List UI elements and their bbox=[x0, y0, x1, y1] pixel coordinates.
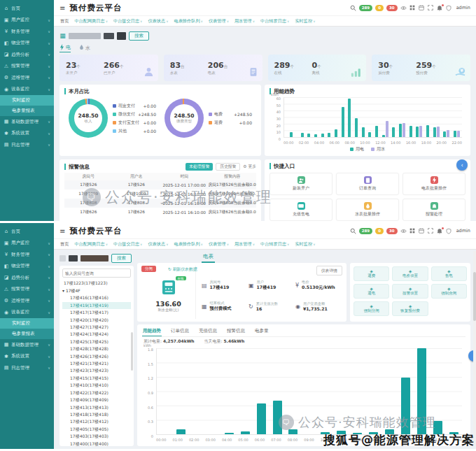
subtab-水[interactable]: 水 bbox=[79, 43, 90, 52]
search-icon[interactable] bbox=[350, 5, 356, 11]
nav-tab-电表操作队列[interactable]: 电表操作队列∨ bbox=[174, 241, 202, 248]
eye-icon[interactable] bbox=[400, 5, 407, 11]
tree-item[interactable]: 17楼417(17楼417) bbox=[62, 309, 131, 316]
sidebar-subitem-电参量报表[interactable]: 电参量报表 bbox=[0, 106, 54, 116]
bar-用电[interactable] bbox=[401, 378, 410, 434]
search-button[interactable]: 搜索 bbox=[129, 31, 149, 41]
nav-tab-首页[interactable]: 首页 bbox=[60, 18, 69, 24]
bar-用电[interactable] bbox=[443, 131, 446, 137]
tree-item[interactable]: 17楼410(17楼410) bbox=[62, 382, 131, 389]
nav-tab-仪表状态[interactable]: 仪表状态∨ bbox=[148, 241, 168, 248]
bar-用电[interactable] bbox=[301, 133, 304, 137]
nav-tab-中台配网类日志[interactable]: 中台配网类日志∨ bbox=[74, 18, 108, 24]
calendar-icon[interactable] bbox=[419, 5, 425, 11]
bar-用水[interactable] bbox=[386, 121, 388, 137]
bar-用电[interactable] bbox=[348, 99, 351, 137]
action-button-电价设置[interactable]: ◈电价设置 bbox=[392, 266, 428, 281]
status-badge-2[interactable]: 30 bbox=[386, 5, 398, 11]
bar-用电[interactable] bbox=[337, 431, 346, 434]
bar-用电[interactable] bbox=[335, 129, 337, 137]
stat-card[interactable]: 23个未开户266个已开户 bbox=[59, 55, 158, 81]
bar-用电[interactable] bbox=[273, 401, 282, 434]
sidebar-item-日志管理[interactable]: ▤日志管理∨ bbox=[0, 139, 54, 151]
table-row[interactable]: 17楼62617楼6262025-12-01 16:10:00房间17楼626当… bbox=[64, 208, 256, 217]
bar-用电[interactable] bbox=[353, 433, 362, 434]
tree-item[interactable]: 17楼427(17楼427) bbox=[62, 324, 131, 331]
action-button-强制合闸[interactable]: ◈强制合闸 bbox=[431, 284, 467, 299]
quick-entry-水表批量操作[interactable]: 水表批量操作 bbox=[336, 199, 399, 221]
bar-用电[interactable] bbox=[454, 131, 456, 137]
tree-group-node[interactable]: ▾ 17楼4F bbox=[62, 287, 131, 294]
action-button-售电[interactable]: ◈售电 bbox=[431, 266, 467, 281]
bar-用电[interactable] bbox=[399, 124, 402, 137]
tree-item[interactable]: 17楼403(17楼403) bbox=[62, 433, 131, 440]
tree-item[interactable]: 17楼413(17楼413) bbox=[62, 404, 131, 411]
tree-item[interactable]: 17楼425(17楼425) bbox=[62, 338, 131, 345]
bar-用水[interactable] bbox=[447, 130, 449, 137]
detail-tab-订单信息[interactable]: 订单信息 bbox=[170, 328, 190, 336]
sidebar-item-报警管理[interactable]: ⚠报警管理∨ bbox=[0, 61, 54, 73]
more-link[interactable]: ⚙ 更多 bbox=[243, 164, 256, 170]
nav-tab-仪表状态[interactable]: 仪表状态∨ bbox=[148, 18, 168, 24]
nav-tab-中台提交日志[interactable]: 中台提交日志∨ bbox=[113, 241, 142, 248]
subtab-电[interactable]: 电 bbox=[59, 43, 71, 52]
bar-用电[interactable] bbox=[176, 429, 186, 434]
bar-用电[interactable] bbox=[257, 403, 266, 434]
refresh-meter-link[interactable]: ↻ 刷新仪表数据 bbox=[168, 266, 197, 273]
quick-entry-充值售电[interactable]: 充值售电 bbox=[270, 199, 332, 221]
status-badge-2[interactable]: 30 bbox=[386, 228, 398, 234]
nav-tab-仪表管理[interactable]: 仪表管理∨ bbox=[209, 18, 229, 24]
eye-icon[interactable] bbox=[400, 228, 407, 234]
detail-tab-电参量[interactable]: 电参量 bbox=[254, 328, 270, 336]
tree-item[interactable]: 17楼428(17楼428) bbox=[62, 345, 131, 352]
fullscreen-icon[interactable] bbox=[428, 5, 434, 11]
bar-用电[interactable] bbox=[355, 118, 358, 137]
bar-用电[interactable] bbox=[410, 126, 412, 137]
sidebar-item-财务管理[interactable]: ¥财务管理∨ bbox=[0, 26, 54, 38]
sidebar-item-报警管理[interactable]: ⚠报警管理∨ bbox=[0, 284, 54, 296]
unhandled-alarm-button[interactable]: 未处理报警 bbox=[186, 163, 213, 171]
tree-item[interactable]: 17楼409(17楼409) bbox=[62, 396, 131, 403]
bell-icon[interactable] bbox=[437, 228, 443, 234]
page-scrollbar[interactable] bbox=[473, 251, 476, 446]
detail-tab-充值信息[interactable]: 充值信息 bbox=[198, 328, 218, 336]
fullscreen-icon[interactable] bbox=[428, 228, 434, 234]
bar-用电[interactable] bbox=[241, 431, 250, 434]
tree-item[interactable]: 17楼415(17楼415) bbox=[62, 375, 131, 382]
room-search-input[interactable] bbox=[62, 269, 131, 278]
nav-tab-实时监控[interactable]: 实时监控∨ bbox=[295, 241, 315, 248]
tree-item[interactable]: 17楼1223(17楼1223) bbox=[62, 280, 131, 287]
sidebar-item-运维管理[interactable]: ⚙运维管理∨ bbox=[0, 295, 54, 307]
stat-card[interactable]: 83台水表206台电表 bbox=[164, 55, 262, 81]
tree-item[interactable]: 17楼412(17楼412) bbox=[62, 418, 131, 425]
tree-item[interactable]: 17楼400(17楼400) bbox=[62, 441, 131, 446]
nav-tab-中台转发日志[interactable]: 中台转发日志∨ bbox=[260, 18, 289, 24]
chart-legend-item[interactable]: 用电 bbox=[350, 146, 364, 152]
sidebar-item-物业管理[interactable]: ◧物业管理∨ bbox=[0, 261, 54, 273]
bell-icon[interactable] bbox=[437, 5, 443, 11]
bar-用电[interactable] bbox=[417, 348, 426, 434]
sidebar-subitem-实时监控[interactable]: 实时监控 bbox=[0, 318, 54, 329]
sidebar-item-首页[interactable]: ⌂首页 bbox=[0, 3, 54, 15]
status-badge-1[interactable]: 0 bbox=[375, 5, 384, 11]
detail-tab-用能趋势[interactable]: 用能趋势 bbox=[142, 328, 162, 336]
bar-用电[interactable] bbox=[392, 127, 395, 137]
tree-item[interactable]: 17楼426(17楼426) bbox=[62, 353, 131, 360]
status-badge-0[interactable]: 289 bbox=[359, 5, 372, 11]
calendar-icon[interactable] bbox=[419, 228, 425, 234]
nav-tab-用水管理[interactable]: 用水管理∨ bbox=[234, 241, 255, 248]
stat-card[interactable]: 30个后付费259个预付费¥ bbox=[372, 55, 470, 81]
sidebar-item-运维管理[interactable]: ⚙运维管理∨ bbox=[0, 72, 54, 84]
bar-用电[interactable] bbox=[225, 433, 234, 434]
action-button-恢复预付费[interactable]: ◈恢复预付费 bbox=[392, 301, 428, 316]
table-row[interactable]: 17楼80817楼8082025-12-01 16:10:00房间17楼808当… bbox=[64, 199, 256, 208]
shield-icon[interactable] bbox=[446, 5, 452, 11]
bar-用水[interactable] bbox=[419, 126, 422, 137]
bar-用电[interactable] bbox=[375, 126, 378, 137]
sidebar-item-用户监控[interactable]: ▣用户监控∨ bbox=[0, 15, 54, 27]
nav-tab-电表操作队列[interactable]: 电表操作队列∨ bbox=[174, 18, 202, 24]
sidebar-subitem-电参量报表[interactable]: 电参量报表 bbox=[0, 329, 54, 339]
bar-用电[interactable] bbox=[426, 125, 429, 137]
bar-用电[interactable] bbox=[368, 132, 371, 137]
user-name[interactable]: admin bbox=[456, 5, 470, 10]
